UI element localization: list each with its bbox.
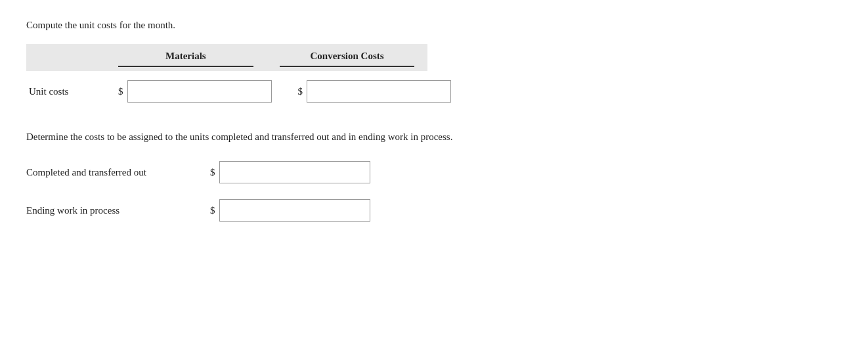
ending-work-row: Ending work in process $ [26,199,842,222]
unit-costs-table: Materials Conversion Costs Unit costs $ … [26,44,427,112]
unit-costs-row: Unit costs $ $ [26,71,427,112]
conversion-header: Conversion Costs [267,51,428,71]
materials-header: Materials [105,51,267,71]
conversion-input-group: $ [285,80,465,103]
completed-transferred-label: Completed and transferred out [26,167,210,178]
conversion-header-text: Conversion Costs [280,51,415,67]
instruction-text-1: Compute the unit costs for the month. [26,20,842,31]
table-header-row: Materials Conversion Costs [26,44,427,71]
ending-work-label: Ending work in process [26,205,210,216]
unit-costs-section: Materials Conversion Costs Unit costs $ … [26,44,842,112]
materials-input-group: $ [105,80,285,103]
completed-dollar-sign: $ [210,167,215,178]
materials-header-text: Materials [118,51,253,67]
conversion-input[interactable] [307,80,451,103]
ending-dollar-sign: $ [210,205,215,216]
materials-input[interactable] [127,80,272,103]
completed-transferred-input[interactable] [219,161,370,183]
determine-section: Determine the costs to be assigned to th… [26,131,842,222]
conversion-dollar-sign: $ [298,86,303,97]
unit-costs-label: Unit costs [26,86,105,97]
completed-transferred-row: Completed and transferred out $ [26,161,842,183]
materials-dollar-sign: $ [118,86,123,97]
ending-work-input[interactable] [219,199,370,222]
instruction-text-2: Determine the costs to be assigned to th… [26,131,842,143]
ending-input-group: $ [210,199,370,222]
completed-input-group: $ [210,161,370,183]
